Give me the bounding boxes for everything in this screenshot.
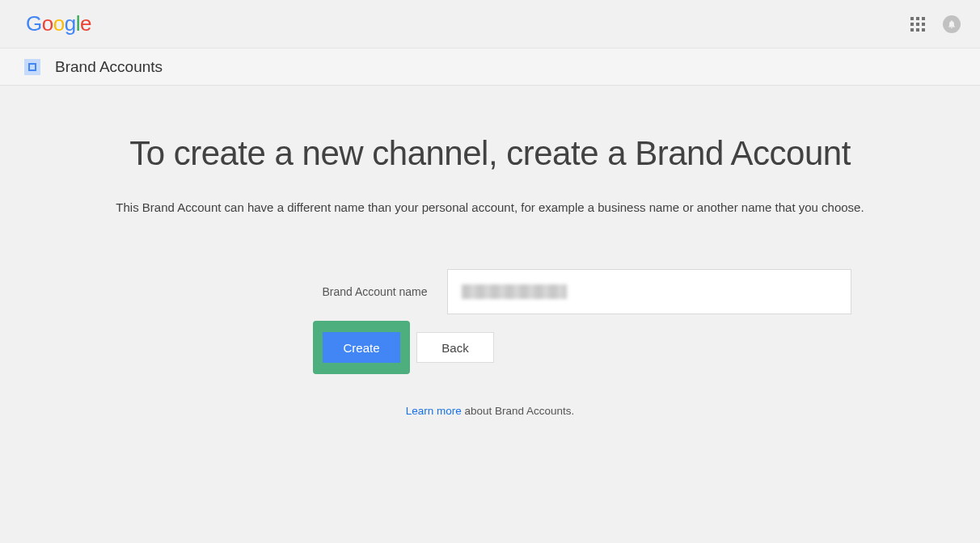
learn-more-row: Learn more about Brand Accounts. — [0, 405, 980, 417]
main-content: To create a new channel, create a Brand … — [0, 86, 980, 417]
brand-accounts-icon — [24, 59, 40, 75]
form-row: Brand Account name — [0, 269, 980, 314]
create-button-highlight: Create — [313, 321, 410, 374]
subheader: Brand Accounts — [0, 48, 980, 86]
subheader-title: Brand Accounts — [55, 58, 163, 76]
learn-more-suffix: about Brand Accounts. — [462, 405, 575, 417]
learn-more-link[interactable]: Learn more — [406, 405, 462, 417]
header: Google — [0, 0, 980, 48]
page-subtitle: This Brand Account can have a different … — [0, 200, 980, 214]
button-row: Create Back — [318, 321, 980, 374]
brand-account-name-label: Brand Account name — [129, 285, 447, 298]
header-right — [910, 15, 961, 33]
create-button[interactable]: Create — [323, 332, 400, 363]
google-logo[interactable]: Google — [26, 11, 91, 36]
brand-account-name-input[interactable] — [447, 269, 851, 314]
apps-icon[interactable] — [910, 17, 925, 32]
notifications-icon[interactable] — [943, 15, 961, 33]
page-title: To create a new channel, create a Brand … — [0, 134, 980, 173]
back-button[interactable]: Back — [416, 332, 494, 363]
